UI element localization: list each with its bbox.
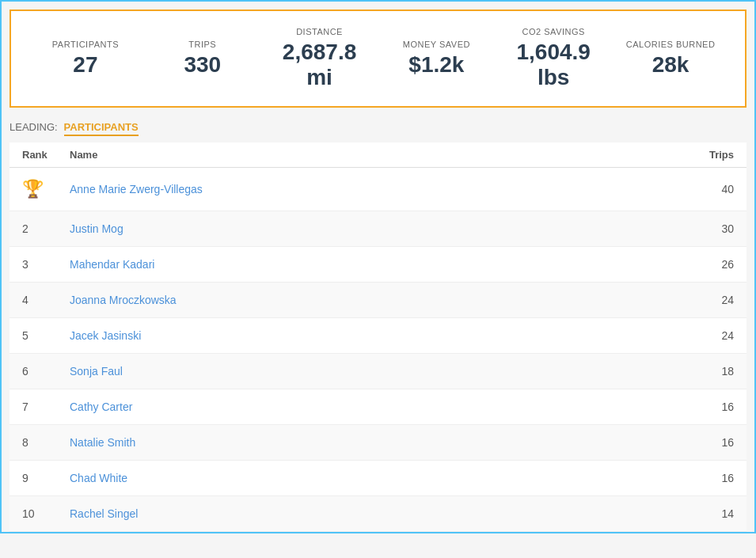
rank-cell: 7 xyxy=(22,400,70,413)
stat-co2-savings: CO2 SAVINGS 1,604.9 lbs xyxy=(495,21,612,97)
trophy-icon: 🏆 xyxy=(22,179,44,199)
table-row: 2Justin Mog30 xyxy=(9,211,747,247)
stat-distance: DISTANCE 2,687.8 mi xyxy=(261,21,378,97)
stat-trips: TRIPS 330 xyxy=(144,33,261,84)
stat-calories-value: 28k xyxy=(620,52,721,78)
rank-cell: 9 xyxy=(22,472,70,484)
trips-cell: 14 xyxy=(671,507,734,520)
stats-box: PARTICIPANTS 27 TRIPS 330 DISTANCE 2,687… xyxy=(9,9,747,108)
stat-money-saved-value: $1.2k xyxy=(386,52,487,78)
trips-cell: 26 xyxy=(671,258,734,271)
stat-trips-value: 330 xyxy=(152,52,253,78)
trips-cell: 24 xyxy=(671,329,734,342)
trips-cell: 16 xyxy=(671,400,734,413)
col-name-header: Name xyxy=(70,149,671,161)
trips-cell: 16 xyxy=(671,436,734,449)
name-cell[interactable]: Mahendar Kadari xyxy=(70,258,671,271)
leading-prefix-label: LEADING: xyxy=(9,121,58,133)
stat-participants-label: PARTICIPANTS xyxy=(35,40,136,49)
table-row: 9Chad White16 xyxy=(9,461,747,496)
trips-cell: 40 xyxy=(671,183,734,195)
leaderboard-table: Rank Name Trips 🏆Anne Marie Zwerg-Villeg… xyxy=(9,142,747,532)
stat-money-saved-label: MONEY SAVED xyxy=(386,40,487,49)
name-cell[interactable]: Jacek Jasinski xyxy=(70,329,671,342)
table-row: 🏆Anne Marie Zwerg-Villegas40 xyxy=(9,168,747,211)
rank-cell: 6 xyxy=(22,365,70,378)
stat-trips-label: TRIPS xyxy=(152,40,253,49)
stat-participants: PARTICIPANTS 27 xyxy=(27,33,144,84)
stat-distance-value: 2,687.8 mi xyxy=(269,40,370,90)
col-trips-header: Trips xyxy=(671,149,734,161)
table-row: 7Cathy Carter16 xyxy=(9,389,747,425)
name-cell[interactable]: Chad White xyxy=(70,472,671,484)
table-row: 8Natalie Smith16 xyxy=(9,425,747,461)
page-container: PARTICIPANTS 27 TRIPS 330 DISTANCE 2,687… xyxy=(0,0,756,533)
table-body: 🏆Anne Marie Zwerg-Villegas402Justin Mog3… xyxy=(9,168,747,532)
trips-cell: 16 xyxy=(671,472,734,484)
stat-co2-label: CO2 SAVINGS xyxy=(503,27,604,36)
leading-section: LEADING: PARTICIPANTS xyxy=(9,120,747,133)
stat-calories-label: CALORIES BURNED xyxy=(620,40,721,49)
name-cell[interactable]: Anne Marie Zwerg-Villegas xyxy=(70,183,671,195)
stat-distance-label: DISTANCE xyxy=(269,27,370,36)
name-cell[interactable]: Justin Mog xyxy=(70,222,671,235)
stat-co2-value: 1,604.9 lbs xyxy=(503,40,604,90)
table-row: 4Joanna Mroczkowska24 xyxy=(9,283,747,318)
trips-cell: 24 xyxy=(671,294,734,306)
rank-cell: 5 xyxy=(22,329,70,342)
name-cell[interactable]: Cathy Carter xyxy=(70,400,671,413)
table-row: 5Jacek Jasinski24 xyxy=(9,318,747,354)
leading-participants-tab[interactable]: PARTICIPANTS xyxy=(64,121,139,136)
rank-cell: 🏆 xyxy=(22,179,70,199)
rank-cell: 10 xyxy=(22,507,70,520)
stat-participants-value: 27 xyxy=(35,52,136,78)
table-row: 10Rachel Singel14 xyxy=(9,496,747,532)
rank-cell: 2 xyxy=(22,222,70,235)
name-cell[interactable]: Rachel Singel xyxy=(70,507,671,520)
col-rank-header: Rank xyxy=(22,149,70,161)
rank-cell: 4 xyxy=(22,294,70,306)
name-cell[interactable]: Joanna Mroczkowska xyxy=(70,294,671,306)
name-cell[interactable]: Sonja Faul xyxy=(70,365,671,378)
stat-money-saved: MONEY SAVED $1.2k xyxy=(378,33,495,84)
rank-cell: 3 xyxy=(22,258,70,271)
trips-cell: 18 xyxy=(671,365,734,378)
table-row: 3Mahendar Kadari26 xyxy=(9,247,747,283)
table-row: 6Sonja Faul18 xyxy=(9,354,747,389)
trips-cell: 30 xyxy=(671,222,734,235)
stat-calories-burned: CALORIES BURNED 28k xyxy=(612,33,729,84)
table-header: Rank Name Trips xyxy=(9,142,747,168)
name-cell[interactable]: Natalie Smith xyxy=(70,436,671,449)
rank-cell: 8 xyxy=(22,436,70,449)
